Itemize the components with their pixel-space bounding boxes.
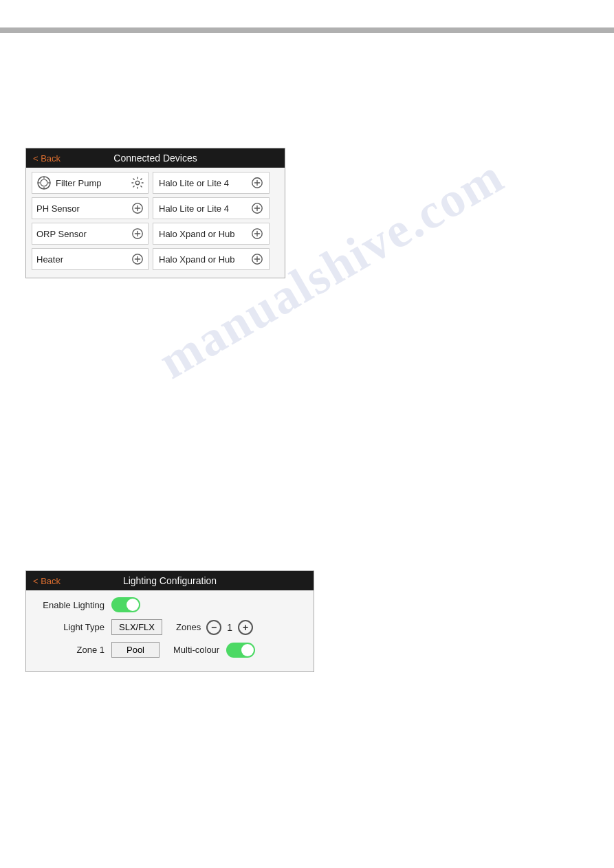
filter-pump-left[interactable]: Filter Pump — [32, 172, 149, 194]
lighting-config-back-button[interactable]: < Back — [33, 576, 61, 586]
orp-sensor-right[interactable]: Halo Xpand or Hub — [153, 223, 270, 245]
multicolour-toggle[interactable] — [226, 643, 255, 658]
enable-lighting-row: Enable Lighting — [36, 597, 304, 612]
orp-sensor-right-label: Halo Xpand or Hub — [159, 229, 251, 239]
svg-point-1 — [41, 179, 47, 186]
light-type-zones-row: Light Type SLX/FLX Zones − 1 + — [36, 619, 304, 635]
zone1-label: Zone 1 — [36, 645, 105, 655]
lighting-config-header: < Back Lighting Configuration — [26, 571, 314, 590]
light-type-label: Light Type — [36, 622, 105, 632]
gear-icon[interactable] — [131, 177, 144, 189]
lighting-config-title: Lighting Configuration — [123, 575, 217, 586]
add-ph-sensor-icon[interactable] — [251, 202, 263, 214]
connected-devices-panel: < Back Connected Devices Filter Pump — [25, 148, 285, 278]
top-bar — [0, 27, 614, 33]
add-heater-left-icon[interactable] — [131, 253, 144, 265]
add-orp-sensor-left-icon[interactable] — [131, 227, 144, 240]
lighting-config-panel: < Back Lighting Configuration Enable Lig… — [25, 570, 314, 672]
filter-pump-right-label: Halo Lite or Lite 4 — [159, 178, 251, 188]
add-filter-pump-icon[interactable] — [251, 177, 263, 189]
heater-label: Heater — [36, 254, 131, 265]
enable-lighting-label: Enable Lighting — [36, 600, 105, 610]
zones-label: Zones — [176, 622, 201, 632]
pump-icon — [36, 175, 52, 190]
ph-sensor-right[interactable]: Halo Lite or Lite 4 — [153, 197, 270, 219]
heater-right[interactable]: Halo Xpand or Hub — [153, 248, 270, 270]
add-ph-sensor-left-icon[interactable] — [131, 202, 144, 214]
connected-devices-back-button[interactable]: < Back — [33, 153, 61, 164]
lighting-config-body: Enable Lighting Light Type SLX/FLX Zones… — [26, 590, 314, 671]
connected-devices-body: Filter Pump Halo Lite or Lite 4 PH Senso — [26, 168, 285, 278]
device-row-filter-pump: Filter Pump Halo Lite or Lite 4 — [32, 172, 279, 194]
zone1-multicolour-row: Zone 1 Pool Multi-colour — [36, 642, 304, 658]
enable-lighting-toggle[interactable] — [111, 597, 140, 612]
ph-sensor-right-label: Halo Lite or Lite 4 — [159, 203, 251, 214]
zones-count: 1 — [227, 622, 232, 633]
zones-increase-button[interactable]: + — [238, 620, 253, 635]
heater-left[interactable]: Heater — [32, 248, 149, 270]
orp-sensor-label: ORP Sensor — [36, 229, 131, 239]
connected-devices-header: < Back Connected Devices — [26, 148, 285, 168]
device-row-heater: Heater Halo Xpand or Hub — [32, 248, 279, 270]
connected-devices-title: Connected Devices — [113, 153, 197, 164]
ph-sensor-label: PH Sensor — [36, 203, 131, 214]
add-orp-sensor-icon[interactable] — [251, 227, 263, 240]
zones-decrease-button[interactable]: − — [206, 620, 221, 635]
heater-right-label: Halo Xpand or Hub — [159, 254, 251, 265]
filter-pump-label: Filter Pump — [56, 178, 131, 188]
device-row-orp-sensor: ORP Sensor Halo Xpand or Hub — [32, 223, 279, 245]
filter-pump-right[interactable]: Halo Lite or Lite 4 — [153, 172, 270, 194]
device-row-ph-sensor: PH Sensor Halo Lite or Lite 4 — [32, 197, 279, 219]
zones-controls: Zones − 1 + — [176, 620, 253, 635]
svg-point-6 — [135, 181, 139, 184]
orp-sensor-left[interactable]: ORP Sensor — [32, 223, 149, 245]
multicolour-controls: Multi-colour — [173, 643, 255, 658]
zone1-value-button[interactable]: Pool — [111, 642, 160, 658]
light-type-button[interactable]: SLX/FLX — [111, 619, 162, 635]
ph-sensor-left[interactable]: PH Sensor — [32, 197, 149, 219]
add-heater-icon[interactable] — [251, 253, 263, 265]
multicolour-label: Multi-colour — [173, 645, 219, 655]
